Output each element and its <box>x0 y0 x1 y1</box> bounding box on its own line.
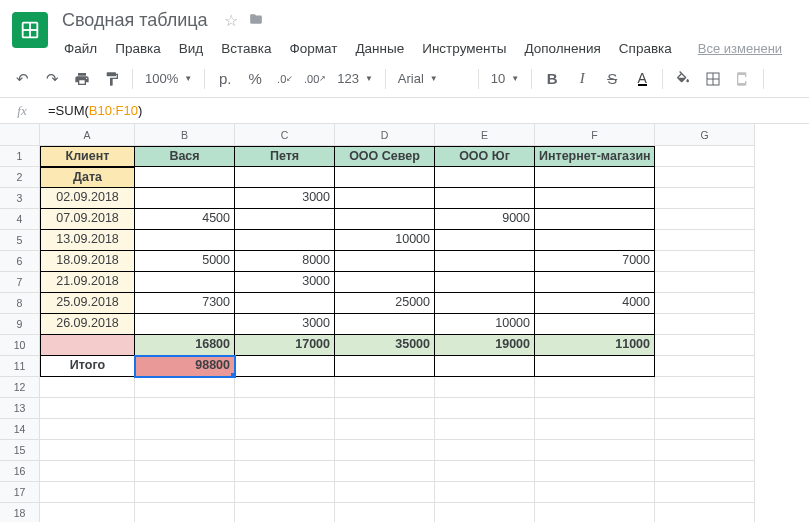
cell[interactable] <box>535 188 655 209</box>
cell[interactable] <box>235 377 335 398</box>
text-color-button[interactable]: A <box>628 65 656 93</box>
cell[interactable] <box>235 209 335 230</box>
currency-button[interactable]: р. <box>211 65 239 93</box>
cell[interactable] <box>235 482 335 503</box>
cell[interactable] <box>435 167 535 188</box>
cell[interactable]: 10000 <box>435 314 535 335</box>
cell[interactable] <box>135 398 235 419</box>
zoom-dropdown[interactable]: 100%▼ <box>139 66 198 92</box>
cell[interactable]: 3000 <box>235 188 335 209</box>
cell[interactable]: 13.09.2018 <box>40 230 135 251</box>
cell[interactable]: 35000 <box>335 335 435 356</box>
percent-button[interactable]: % <box>241 65 269 93</box>
cell[interactable] <box>135 461 235 482</box>
cell[interactable] <box>435 251 535 272</box>
row-header[interactable]: 4 <box>0 209 40 230</box>
cell[interactable] <box>655 230 755 251</box>
decimal-increase-button[interactable]: .00↗ <box>301 65 329 93</box>
cell[interactable]: ООО Юг <box>435 146 535 167</box>
cell[interactable] <box>235 230 335 251</box>
select-all-corner[interactable] <box>0 124 40 146</box>
col-header[interactable]: D <box>335 124 435 146</box>
cell[interactable] <box>335 398 435 419</box>
cell[interactable]: 21.09.2018 <box>40 272 135 293</box>
cell[interactable] <box>435 188 535 209</box>
cell[interactable]: 98800 <box>135 356 235 377</box>
bold-button[interactable]: B <box>538 65 566 93</box>
cell[interactable] <box>335 377 435 398</box>
spreadsheet-grid[interactable]: 1 2 3 4 5 6 7 8 9 10 11 12 13 14 15 16 1… <box>0 124 809 522</box>
row-header[interactable]: 11 <box>0 356 40 377</box>
cell[interactable] <box>535 461 655 482</box>
print-icon[interactable] <box>68 65 96 93</box>
cell[interactable]: 19000 <box>435 335 535 356</box>
row-header[interactable]: 10 <box>0 335 40 356</box>
row-header[interactable]: 14 <box>0 419 40 440</box>
cell[interactable] <box>335 356 435 377</box>
cell[interactable]: Итого <box>40 356 135 377</box>
cell[interactable] <box>535 167 655 188</box>
cell[interactable] <box>435 293 535 314</box>
cell[interactable] <box>435 482 535 503</box>
cell[interactable] <box>335 419 435 440</box>
font-size-dropdown[interactable]: 10▼ <box>485 66 525 92</box>
cell[interactable] <box>655 251 755 272</box>
cell[interactable]: 3000 <box>235 272 335 293</box>
cell[interactable] <box>655 209 755 230</box>
cell[interactable] <box>335 440 435 461</box>
cell[interactable] <box>535 314 655 335</box>
cell[interactable] <box>235 503 335 522</box>
cell[interactable] <box>40 440 135 461</box>
redo-icon[interactable]: ↷ <box>38 65 66 93</box>
cell[interactable] <box>655 461 755 482</box>
cell[interactable]: 10000 <box>335 230 435 251</box>
paint-format-icon[interactable] <box>98 65 126 93</box>
cell[interactable]: Дата <box>40 167 135 188</box>
cell[interactable]: 7300 <box>135 293 235 314</box>
cell[interactable] <box>535 482 655 503</box>
cell[interactable] <box>235 293 335 314</box>
cell[interactable]: 25.09.2018 <box>40 293 135 314</box>
row-header[interactable]: 3 <box>0 188 40 209</box>
row-header[interactable]: 9 <box>0 314 40 335</box>
cell[interactable] <box>235 356 335 377</box>
cell[interactable]: 17000 <box>235 335 335 356</box>
cell[interactable] <box>435 272 535 293</box>
cell[interactable] <box>655 293 755 314</box>
more-formats-dropdown[interactable]: 123▼ <box>331 66 379 92</box>
cell[interactable] <box>535 503 655 522</box>
cell[interactable]: Вася <box>135 146 235 167</box>
cell[interactable] <box>535 356 655 377</box>
sheets-logo[interactable] <box>12 12 48 48</box>
cell[interactable]: 25000 <box>335 293 435 314</box>
cell[interactable]: 16800 <box>135 335 235 356</box>
cell[interactable]: 7000 <box>535 251 655 272</box>
cell[interactable]: 18.09.2018 <box>40 251 135 272</box>
strikethrough-button[interactable]: S <box>598 65 626 93</box>
borders-button[interactable] <box>699 65 727 93</box>
cell[interactable] <box>655 356 755 377</box>
cell[interactable] <box>135 377 235 398</box>
row-header[interactable]: 13 <box>0 398 40 419</box>
cell[interactable]: 8000 <box>235 251 335 272</box>
cell[interactable]: Петя <box>235 146 335 167</box>
cell[interactable]: Интернет-магазин <box>535 146 655 167</box>
menu-addons[interactable]: Дополнения <box>516 37 608 60</box>
cell[interactable] <box>40 419 135 440</box>
cell[interactable] <box>40 503 135 522</box>
star-icon[interactable]: ☆ <box>224 11 238 30</box>
cell[interactable] <box>655 314 755 335</box>
cell[interactable] <box>535 230 655 251</box>
cell[interactable] <box>435 377 535 398</box>
cell[interactable] <box>435 440 535 461</box>
cell[interactable] <box>335 167 435 188</box>
cell[interactable] <box>335 251 435 272</box>
cell[interactable] <box>235 398 335 419</box>
menu-insert[interactable]: Вставка <box>213 37 279 60</box>
cell[interactable]: ООО Север <box>335 146 435 167</box>
fill-color-button[interactable] <box>669 65 697 93</box>
row-header[interactable]: 6 <box>0 251 40 272</box>
doc-title[interactable]: Сводная таблица <box>56 8 214 33</box>
font-dropdown[interactable]: Arial▼ <box>392 66 472 92</box>
undo-icon[interactable]: ↶ <box>8 65 36 93</box>
